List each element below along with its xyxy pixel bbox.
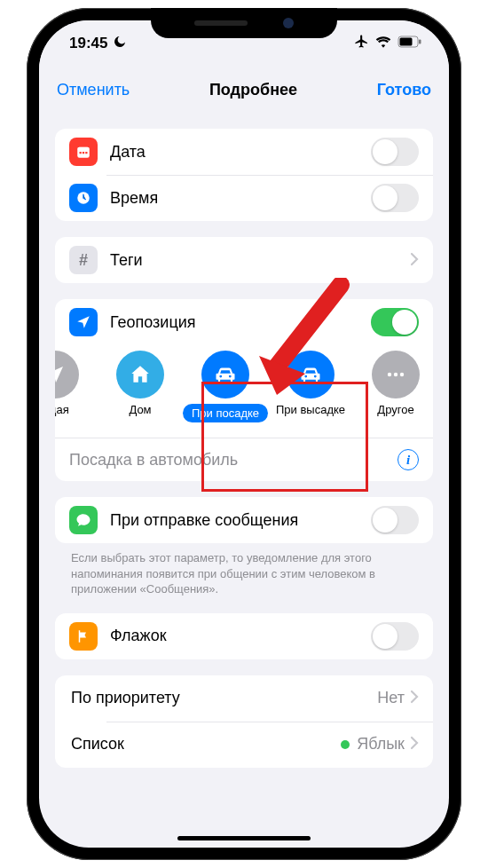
- chevron-right-icon: [410, 688, 419, 708]
- row-flag[interactable]: Флажок: [55, 613, 433, 659]
- row-messaging-label: При отправке сообщения: [110, 511, 371, 530]
- group-location: Геопозиция ущая Дом: [55, 299, 433, 481]
- screen: 19:45 Отменить Подробнее Гото: [39, 20, 449, 848]
- row-list-value: Яблык: [357, 735, 405, 754]
- svg-rect-7: [85, 152, 87, 154]
- notch: [151, 8, 337, 38]
- clock-icon: [69, 184, 98, 212]
- svg-rect-4: [77, 147, 90, 151]
- group-tags: # Теги: [55, 237, 433, 283]
- nav-arrow-icon: [55, 351, 79, 398]
- svg-rect-2: [419, 40, 421, 44]
- row-flag-label: Флажок: [110, 627, 371, 645]
- svg-rect-1: [400, 38, 413, 46]
- time-toggle[interactable]: [371, 184, 419, 212]
- battery-icon: [397, 35, 422, 52]
- dnd-moon-icon: [113, 35, 127, 53]
- date-toggle[interactable]: [371, 138, 419, 166]
- svg-point-11: [400, 373, 404, 376]
- car-icon: [201, 351, 249, 398]
- row-location-label: Геопозиция: [110, 313, 371, 332]
- location-detail-text: Посадка в автомобиль: [69, 451, 238, 470]
- list-color-dot: [341, 740, 350, 749]
- info-icon[interactable]: i: [397, 449, 419, 470]
- location-toggle[interactable]: [371, 308, 419, 336]
- loc-home-label: Дом: [129, 404, 151, 429]
- flag-toggle[interactable]: [371, 622, 419, 651]
- status-time: 19:45: [69, 35, 107, 52]
- status-right: [354, 34, 422, 53]
- location-arrow-icon: [69, 308, 98, 336]
- row-location[interactable]: Геопозиция: [55, 299, 433, 345]
- location-options: ущая Дом При посадке: [55, 345, 433, 438]
- messaging-toggle[interactable]: [371, 506, 419, 534]
- loc-option-getin[interactable]: При посадке: [188, 351, 263, 429]
- row-date[interactable]: Дата: [55, 129, 433, 175]
- page-title: Подробнее: [209, 81, 297, 99]
- cancel-button[interactable]: Отменить: [57, 81, 130, 99]
- svg-rect-6: [83, 152, 84, 154]
- message-icon: [69, 506, 98, 534]
- ellipsis-icon: [372, 351, 420, 398]
- svg-rect-5: [80, 152, 82, 154]
- svg-point-10: [394, 373, 397, 376]
- flag-icon: [69, 622, 98, 651]
- loc-option-home[interactable]: Дом: [103, 351, 177, 429]
- row-priority-label: По приоритету: [71, 689, 377, 707]
- nav-bar: Отменить Подробнее Готово: [39, 67, 449, 113]
- group-messaging: При отправке сообщения: [55, 497, 433, 543]
- loc-getout-label: При высадке: [276, 404, 345, 429]
- wifi-icon: [375, 35, 391, 52]
- row-list-label: Список: [71, 735, 341, 754]
- group-datetime: Дата Время: [55, 129, 433, 221]
- loc-option-current[interactable]: ущая: [55, 351, 92, 429]
- home-icon: [116, 351, 164, 398]
- done-button[interactable]: Готово: [377, 81, 431, 99]
- airplane-icon: [354, 34, 369, 53]
- hash-icon: #: [69, 246, 98, 274]
- chevron-right-icon: [410, 250, 419, 271]
- row-date-label: Дата: [110, 143, 371, 162]
- row-time[interactable]: Время: [55, 175, 433, 221]
- loc-other-label: Другое: [377, 404, 413, 429]
- svg-point-9: [388, 373, 391, 376]
- calendar-icon: [69, 138, 98, 166]
- row-priority-value: Нет: [377, 689, 405, 707]
- loc-option-getout[interactable]: При высадке: [273, 351, 348, 429]
- group-flag: Флажок: [55, 613, 433, 659]
- row-list[interactable]: Список Яблык: [55, 722, 433, 768]
- car-icon: [287, 351, 335, 398]
- loc-option-other[interactable]: Другое: [358, 351, 433, 429]
- loc-getin-label: При посадке: [183, 404, 268, 422]
- messaging-footer: Если выбрать этот параметр, то уведомлен…: [55, 543, 433, 597]
- row-messaging[interactable]: При отправке сообщения: [55, 497, 433, 543]
- row-tags-label: Теги: [110, 251, 410, 270]
- location-detail-row[interactable]: Посадка в автомобиль i: [55, 438, 433, 481]
- chevron-right-icon: [410, 734, 419, 754]
- row-tags[interactable]: # Теги: [55, 237, 433, 283]
- group-priority-list: По приоритету Нет Список Яблык: [55, 675, 433, 768]
- loc-current-label: ущая: [55, 404, 69, 429]
- phone-frame: 19:45 Отменить Подробнее Гото: [27, 8, 461, 860]
- home-indicator: [177, 836, 311, 840]
- content: Дата Время # Теги: [39, 113, 449, 842]
- row-priority[interactable]: По приоритету Нет: [55, 675, 433, 722]
- row-time-label: Время: [110, 189, 371, 208]
